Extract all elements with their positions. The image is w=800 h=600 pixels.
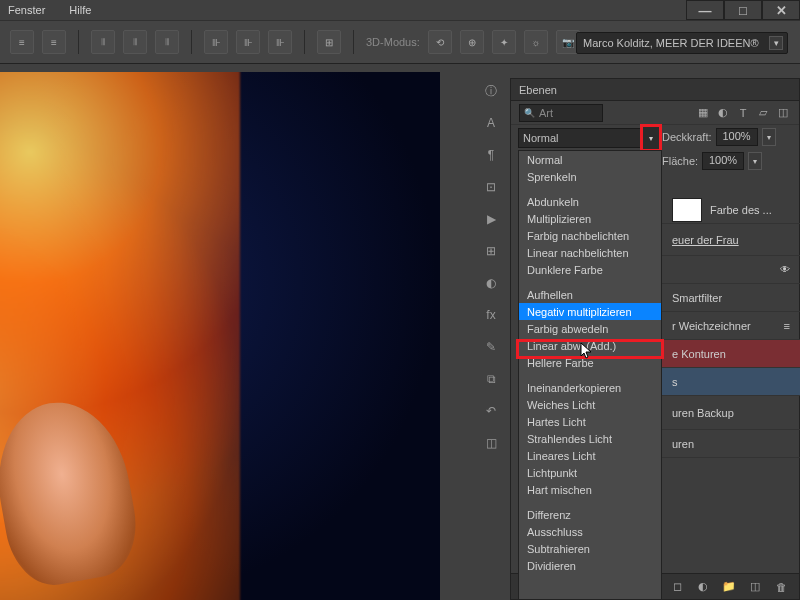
blend-option-dividieren[interactable]: Dividieren [519,557,661,574]
blend-option-farbig-nachbelichten[interactable]: Farbig nachbelichten [519,227,661,244]
layer-item-blue[interactable]: s [662,368,800,396]
blend-mode-select[interactable]: Normal [518,128,654,148]
distribute-h-icon-1[interactable]: ⊪ [204,30,228,54]
filter-adjust-icon[interactable]: ◐ [715,105,731,121]
blend-option-lichtpunkt[interactable]: Lichtpunkt [519,464,661,481]
menu-fenster[interactable]: Fenster [8,4,45,16]
mode-label: 3D-Modus: [366,36,420,48]
blend-option-linear-nachbelichten[interactable]: Linear nachbelichten [519,244,661,261]
styles-icon[interactable]: fx [480,304,502,326]
blend-option-sprenkeln[interactable]: Sprenkeln [519,168,661,185]
blend-option-lineares-licht[interactable]: Lineares Licht [519,447,661,464]
blend-option-hellere-farbe[interactable]: Hellere Farbe [519,354,661,371]
3d-pan-icon[interactable]: ⊕ [460,30,484,54]
trash-icon[interactable]: 🗑 [773,579,789,595]
close-button[interactable]: ✕ [762,0,800,20]
3d-light-icon[interactable]: ☼ [524,30,548,54]
blend-option-farbig-abwedeln[interactable]: Farbig abwedeln [519,320,661,337]
minimize-button[interactable]: — [686,0,724,20]
align-icon-2[interactable]: ≡ [42,30,66,54]
3d-rotate-icon[interactable]: ⟲ [428,30,452,54]
blend-option-abdunkeln[interactable]: Abdunkeln [519,193,661,210]
filter-pixel-icon[interactable]: ▦ [695,105,711,121]
fill-label: Fläche: [662,155,698,167]
collapsed-panels: ⓘ A ¶ ⊡ ▶ ⊞ ◐ fx ✎ ⧉ ↶ ◫ [480,80,504,454]
adjustment-icon[interactable]: ◐ [695,579,711,595]
new-layer-icon[interactable]: ◫ [747,579,763,595]
mask-icon[interactable]: ◻ [669,579,685,595]
layer-item[interactable]: 👁 [662,256,800,284]
blend-mode-dropdown: Normal Sprenkeln Abdunkeln Multipliziere… [518,150,662,600]
blend-option-negativ-multiplizieren[interactable]: Negativ multiplizieren [519,303,661,320]
layer-item[interactable]: r Weichzeichner≡ [662,312,800,340]
align-icon-1[interactable]: ≡ [10,30,34,54]
distribute-icon-3[interactable]: ⫴ [155,30,179,54]
blend-option-subtrahieren[interactable]: Subtrahieren [519,540,661,557]
blend-option-hartes-licht[interactable]: Hartes Licht [519,413,661,430]
menu-hilfe[interactable]: Hilfe [69,4,91,16]
layer-item[interactable]: euer der Frau [662,224,800,256]
layer-item[interactable]: uren Backup [662,396,800,430]
distribute-h-icon-3[interactable]: ⊪ [268,30,292,54]
blend-option-multiplizieren[interactable]: Multiplizieren [519,210,661,227]
layer-item-red[interactable]: e Konturen [662,340,800,368]
layer-list: Farbe des ... euer der Frau 👁 Smartfilte… [662,196,800,458]
blend-option-weiches-licht[interactable]: Weiches Licht [519,396,661,413]
3d-icon[interactable]: ⊞ [317,30,341,54]
opacity-label: Deckkraft: [662,131,712,143]
layer-item[interactable]: uren [662,430,800,458]
filter-shape-icon[interactable]: ▱ [755,105,771,121]
layers-tab[interactable]: Ebenen [511,79,799,101]
workspace-dropdown[interactable]: Marco Kolditz, MEER DER IDEEN® ▾ [576,32,788,54]
maximize-button[interactable]: □ [724,0,762,20]
clone-icon[interactable]: ⧉ [480,368,502,390]
brush-icon[interactable]: ✎ [480,336,502,358]
fill-arrow[interactable]: ▾ [748,152,762,170]
blend-option-hart-mischen[interactable]: Hart mischen [519,481,661,498]
play-icon[interactable]: ▶ [480,208,502,230]
blend-option-ineinanderkopieren[interactable]: Ineinanderkopieren [519,379,661,396]
blend-option-normal[interactable]: Normal [519,151,661,168]
adjust-icon[interactable]: ◐ [480,272,502,294]
distribute-h-icon-2[interactable]: ⊪ [236,30,260,54]
distribute-icon-1[interactable]: ⫴ [91,30,115,54]
blend-mode-arrow-highlight[interactable]: ▾ [640,124,662,152]
history-icon[interactable]: ↶ [480,400,502,422]
filter-smart-icon[interactable]: ◫ [775,105,791,121]
paragraph-icon[interactable]: ¶ [480,144,502,166]
text-icon[interactable]: A [480,112,502,134]
nav-icon[interactable]: ◫ [480,432,502,454]
blend-option-differenz[interactable]: Differenz [519,506,661,523]
layer-item[interactable]: Smartfilter [662,284,800,312]
opacity-arrow[interactable]: ▾ [762,128,776,146]
swatches-icon[interactable]: ⊞ [480,240,502,262]
dropdown-arrow-icon: ▾ [769,36,783,50]
folder-icon[interactable]: 📁 [721,579,737,595]
fill-input[interactable]: 100% [702,152,744,170]
info-icon[interactable]: ⓘ [480,80,502,102]
blend-option-linear-abw[interactable]: Linear abw. (Add.) [519,337,661,354]
layer-filter[interactable]: 🔍Art [519,104,603,122]
blend-option-aufhellen[interactable]: Aufhellen [519,286,661,303]
filter-text-icon[interactable]: T [735,105,751,121]
clip-icon[interactable]: ⊡ [480,176,502,198]
blend-option-ausschluss[interactable]: Ausschluss [519,523,661,540]
blend-option-strahlendes-licht[interactable]: Strahlendes Licht [519,430,661,447]
layer-thumb [672,198,702,222]
layer-item[interactable]: Farbe des ... [662,196,800,224]
opacity-input[interactable]: 100% [716,128,758,146]
menu-bar: Fenster Hilfe — □ ✕ [0,0,800,20]
blend-option-dunklere-farbe[interactable]: Dunklere Farbe [519,261,661,278]
window-controls: — □ ✕ [686,0,800,20]
canvas[interactable] [0,72,440,600]
3d-scale-icon[interactable]: ✦ [492,30,516,54]
distribute-icon-2[interactable]: ⫴ [123,30,147,54]
